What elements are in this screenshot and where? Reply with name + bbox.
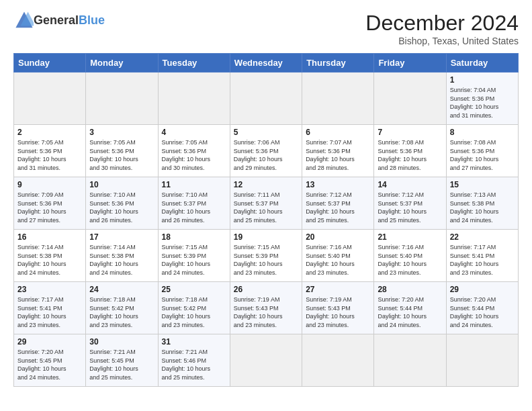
calendar-cell: 30Sunrise: 7:21 AM Sunset: 5:45 PM Dayli…	[86, 334, 158, 387]
day-number: 19	[234, 232, 298, 242]
table-row: 1Sunrise: 7:04 AM Sunset: 5:36 PM Daylig…	[14, 73, 519, 125]
calendar-cell: 31Sunrise: 7:21 AM Sunset: 5:46 PM Dayli…	[158, 334, 230, 387]
day-number: 27	[306, 285, 370, 294]
logo-icon	[15, 11, 34, 30]
calendar-cell: 13Sunrise: 7:12 AM Sunset: 5:37 PM Dayli…	[302, 177, 374, 230]
day-info: Sunrise: 7:21 AM Sunset: 5:45 PM Dayligh…	[89, 348, 154, 381]
calendar-cell: 28Sunrise: 7:20 AM Sunset: 5:44 PM Dayli…	[374, 282, 446, 334]
day-number: 5	[234, 128, 298, 137]
day-info: Sunrise: 7:14 AM Sunset: 5:38 PM Dayligh…	[17, 243, 82, 277]
day-number: 6	[306, 128, 370, 137]
day-info: Sunrise: 7:15 AM Sunset: 5:39 PM Dayligh…	[234, 243, 298, 277]
month-title: December 2024	[365, 11, 519, 36]
table-row: 23Sunrise: 7:17 AM Sunset: 5:41 PM Dayli…	[14, 282, 519, 334]
header: GeneralBlue December 2024 Bishop, Texas,…	[13, 11, 519, 46]
day-info: Sunrise: 7:08 AM Sunset: 5:36 PM Dayligh…	[378, 138, 442, 172]
calendar-cell	[302, 334, 374, 387]
day-number: 30	[89, 337, 154, 347]
col-friday: Friday	[374, 54, 446, 73]
day-info: Sunrise: 7:06 AM Sunset: 5:36 PM Dayligh…	[234, 138, 298, 172]
calendar-cell: 18Sunrise: 7:15 AM Sunset: 5:39 PM Dayli…	[158, 230, 230, 282]
col-sunday: Sunday	[14, 54, 86, 73]
calendar-cell	[86, 73, 158, 125]
day-info: Sunrise: 7:07 AM Sunset: 5:36 PM Dayligh…	[306, 138, 370, 172]
col-tuesday: Tuesday	[158, 54, 230, 73]
calendar-cell: 11Sunrise: 7:10 AM Sunset: 5:37 PM Dayli…	[158, 177, 230, 230]
day-number: 17	[89, 232, 154, 242]
calendar-cell	[374, 334, 446, 387]
logo: GeneralBlue	[13, 11, 105, 30]
day-number: 8	[450, 128, 515, 137]
table-row: 29Sunrise: 7:20 AM Sunset: 5:45 PM Dayli…	[14, 334, 519, 387]
calendar-cell	[14, 73, 86, 125]
day-number: 29	[450, 285, 515, 294]
day-info: Sunrise: 7:05 AM Sunset: 5:36 PM Dayligh…	[162, 138, 226, 172]
calendar-cell: 29Sunrise: 7:20 AM Sunset: 5:45 PM Dayli…	[14, 334, 86, 387]
table-row: 2Sunrise: 7:05 AM Sunset: 5:36 PM Daylig…	[14, 125, 519, 177]
day-info: Sunrise: 7:20 AM Sunset: 5:44 PM Dayligh…	[378, 295, 442, 329]
day-number: 3	[89, 128, 154, 137]
calendar-cell	[230, 73, 302, 125]
calendar-cell: 23Sunrise: 7:17 AM Sunset: 5:41 PM Dayli…	[14, 282, 86, 334]
calendar-cell: 22Sunrise: 7:17 AM Sunset: 5:41 PM Dayli…	[446, 230, 518, 282]
day-number: 18	[162, 232, 226, 242]
day-info: Sunrise: 7:10 AM Sunset: 5:37 PM Dayligh…	[162, 191, 226, 224]
header-row: Sunday Monday Tuesday Wednesday Thursday…	[14, 54, 519, 73]
day-info: Sunrise: 7:20 AM Sunset: 5:45 PM Dayligh…	[17, 348, 82, 381]
calendar-cell: 21Sunrise: 7:16 AM Sunset: 5:40 PM Dayli…	[374, 230, 446, 282]
calendar-cell: 17Sunrise: 7:14 AM Sunset: 5:38 PM Dayli…	[86, 230, 158, 282]
day-number: 13	[306, 180, 370, 189]
calendar-cell: 25Sunrise: 7:18 AM Sunset: 5:42 PM Dayli…	[158, 282, 230, 334]
day-number: 12	[234, 180, 298, 189]
day-number: 31	[162, 337, 226, 347]
day-info: Sunrise: 7:08 AM Sunset: 5:36 PM Dayligh…	[450, 138, 515, 172]
col-wednesday: Wednesday	[230, 54, 302, 73]
calendar-cell	[158, 73, 230, 125]
calendar-cell: 4Sunrise: 7:05 AM Sunset: 5:36 PM Daylig…	[158, 125, 230, 177]
calendar-cell	[302, 73, 374, 125]
calendar-cell	[230, 334, 302, 387]
day-info: Sunrise: 7:19 AM Sunset: 5:43 PM Dayligh…	[306, 295, 370, 329]
day-number: 21	[378, 232, 442, 242]
table-row: 9Sunrise: 7:09 AM Sunset: 5:36 PM Daylig…	[14, 177, 519, 230]
day-number: 1	[450, 75, 515, 85]
day-info: Sunrise: 7:21 AM Sunset: 5:46 PM Dayligh…	[162, 348, 226, 381]
day-info: Sunrise: 7:04 AM Sunset: 5:36 PM Dayligh…	[450, 86, 515, 120]
day-info: Sunrise: 7:16 AM Sunset: 5:40 PM Dayligh…	[306, 243, 370, 277]
col-thursday: Thursday	[302, 54, 374, 73]
calendar-cell: 7Sunrise: 7:08 AM Sunset: 5:36 PM Daylig…	[374, 125, 446, 177]
day-info: Sunrise: 7:18 AM Sunset: 5:42 PM Dayligh…	[89, 295, 154, 329]
calendar-cell: 26Sunrise: 7:19 AM Sunset: 5:43 PM Dayli…	[230, 282, 302, 334]
table-row: 16Sunrise: 7:14 AM Sunset: 5:38 PM Dayli…	[14, 230, 519, 282]
day-info: Sunrise: 7:12 AM Sunset: 5:37 PM Dayligh…	[378, 191, 442, 224]
logo-general: General	[34, 13, 79, 27]
day-info: Sunrise: 7:10 AM Sunset: 5:36 PM Dayligh…	[89, 191, 154, 224]
logo-blue: Blue	[79, 13, 105, 27]
calendar-cell: 19Sunrise: 7:15 AM Sunset: 5:39 PM Dayli…	[230, 230, 302, 282]
day-info: Sunrise: 7:20 AM Sunset: 5:44 PM Dayligh…	[450, 295, 515, 329]
day-info: Sunrise: 7:19 AM Sunset: 5:43 PM Dayligh…	[234, 295, 298, 329]
day-info: Sunrise: 7:12 AM Sunset: 5:37 PM Dayligh…	[306, 191, 370, 224]
calendar-cell: 5Sunrise: 7:06 AM Sunset: 5:36 PM Daylig…	[230, 125, 302, 177]
calendar-cell	[374, 73, 446, 125]
calendar-cell	[446, 334, 518, 387]
day-number: 22	[450, 232, 515, 242]
day-number: 10	[89, 180, 154, 189]
day-number: 4	[162, 128, 226, 137]
day-number: 26	[234, 285, 298, 294]
title-area: December 2024 Bishop, Texas, United Stat…	[365, 11, 519, 46]
calendar-cell: 24Sunrise: 7:18 AM Sunset: 5:42 PM Dayli…	[86, 282, 158, 334]
calendar-cell: 10Sunrise: 7:10 AM Sunset: 5:36 PM Dayli…	[86, 177, 158, 230]
calendar-cell: 20Sunrise: 7:16 AM Sunset: 5:40 PM Dayli…	[302, 230, 374, 282]
calendar-cell: 2Sunrise: 7:05 AM Sunset: 5:36 PM Daylig…	[14, 125, 86, 177]
calendar-cell: 9Sunrise: 7:09 AM Sunset: 5:36 PM Daylig…	[14, 177, 86, 230]
page: GeneralBlue December 2024 Bishop, Texas,…	[0, 0, 532, 394]
day-number: 24	[89, 285, 154, 294]
calendar-cell: 12Sunrise: 7:11 AM Sunset: 5:37 PM Dayli…	[230, 177, 302, 230]
day-number: 16	[17, 232, 82, 242]
day-info: Sunrise: 7:18 AM Sunset: 5:42 PM Dayligh…	[162, 295, 226, 329]
day-info: Sunrise: 7:05 AM Sunset: 5:36 PM Dayligh…	[17, 138, 82, 172]
calendar-cell: 29Sunrise: 7:20 AM Sunset: 5:44 PM Dayli…	[446, 282, 518, 334]
day-number: 20	[306, 232, 370, 242]
calendar-cell: 6Sunrise: 7:07 AM Sunset: 5:36 PM Daylig…	[302, 125, 374, 177]
